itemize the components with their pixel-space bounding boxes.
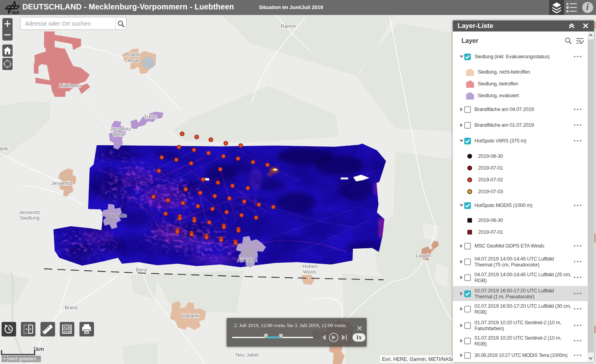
svg-text:Ramm: Ramm (281, 23, 296, 29)
svg-text:Neu Jabel: Neu Jabel (236, 352, 259, 358)
svg-text:B1: B1 (68, 326, 71, 329)
svg-text:Hohen: Hohen (303, 263, 317, 269)
svg-text:Lübtheen: Lübtheen (59, 83, 81, 89)
svg-text:Volzrade: Volzrade (107, 212, 127, 218)
svg-text:Jessenitz: Jessenitz (51, 180, 72, 186)
svg-text:Laupin: Laupin (415, 253, 431, 259)
svg-text:DLR: DLR (12, 11, 19, 15)
svg-text:1x: 1x (356, 334, 362, 340)
svg-text:Probst: Probst (125, 52, 140, 57)
svg-text:A1: A1 (63, 326, 67, 329)
svg-text:Siedlung: Siedlung (20, 215, 40, 221)
svg-text:Alt Jabel: Alt Jabel (238, 257, 257, 263)
svg-text:Werk: Werk (113, 131, 125, 137)
svg-text:B2: B2 (68, 330, 71, 333)
svg-text:lank: lank (0, 146, 8, 152)
svg-text:Jessenitz: Jessenitz (110, 126, 131, 132)
svg-text:Jessenitz: Jessenitz (19, 209, 40, 215)
svg-text:Trebs: Trebs (144, 114, 157, 120)
svg-text:A2: A2 (63, 330, 67, 333)
svg-text:Esri, HERE, Garmin, METI/NASA: Esri, HERE, Garmin, METI/NASA (382, 357, 455, 362)
svg-text:Vielank: Vielank (182, 313, 199, 319)
svg-text:Jesar: Jesar (127, 57, 139, 63)
svg-text:Briest: Briest (65, 305, 78, 310)
svg-text:Woos: Woos (303, 269, 316, 275)
svg-text:Benz: Benz (136, 267, 148, 273)
